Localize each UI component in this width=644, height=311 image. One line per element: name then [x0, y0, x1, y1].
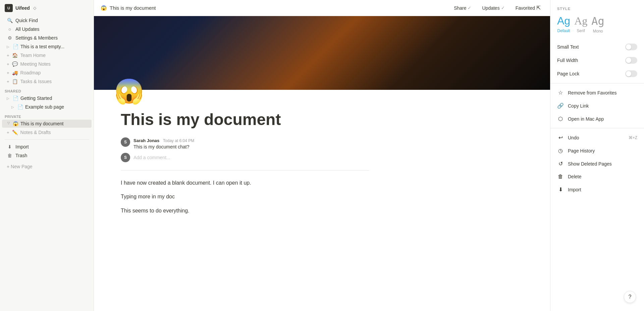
sidebar-item-label: Meeting Notes	[20, 61, 51, 67]
panel-divider	[550, 83, 644, 83]
sidebar-item-label: Team Home	[20, 53, 46, 58]
circle-icon: ○	[7, 26, 13, 32]
share-check-icon: ✓	[468, 5, 471, 10]
plus-icon: +	[7, 62, 9, 67]
doc-paragraph: I have now created a blank document. I c…	[121, 179, 369, 187]
doc-paragraph: This seems to do everything.	[121, 206, 369, 215]
chat-icon: 💬	[12, 61, 18, 67]
doc-icon: 📄	[17, 104, 23, 110]
small-text-toggle-row[interactable]: Small Text	[550, 40, 644, 54]
import-icon: ⬇	[7, 144, 13, 149]
help-button[interactable]: ?	[624, 291, 636, 303]
style-default-text: Ag	[557, 15, 570, 27]
style-option-mono[interactable]: Ag Mono	[591, 15, 604, 34]
style-serif-label: Serif	[577, 28, 585, 33]
copy-link-label: Copy Link	[568, 103, 589, 109]
history-icon: ◷	[557, 147, 564, 154]
style-option-default[interactable]: Ag Default	[557, 15, 570, 34]
sidebar-item-label: Notes & Drafts	[20, 130, 51, 135]
sidebar-item-label: All Updates	[15, 26, 40, 32]
sidebar-item-example-sub[interactable]: ▷ 📄 Example sub page	[2, 103, 92, 111]
star-icon: ☆	[557, 89, 564, 96]
trash-icon: 🗑	[557, 174, 564, 180]
undo-label: Undo	[568, 135, 579, 140]
full-width-toggle[interactable]	[625, 57, 637, 64]
share-button[interactable]: Share ✓	[451, 4, 474, 12]
show-deleted-button[interactable]: ↺ Show Deleted Pages	[550, 157, 644, 170]
comment-input-row: S Add a comment...	[121, 153, 369, 162]
sidebar-item-my-document[interactable]: ▷ 😱 This is my document	[2, 120, 92, 128]
updates-button[interactable]: Updates ✓	[479, 4, 507, 12]
sidebar-item-test-page[interactable]: ▷ 📄 This is a test empty...	[2, 43, 92, 51]
refresh-icon: ↺	[557, 161, 564, 167]
page-history-label: Page History	[568, 148, 595, 153]
style-option-serif[interactable]: Ag Serif	[574, 15, 587, 34]
page-lock-toggle[interactable]	[625, 70, 637, 77]
shared-section-label: SHARED	[0, 86, 94, 94]
style-mono-label: Mono	[593, 29, 603, 34]
style-serif-text: Ag	[574, 15, 587, 27]
plus-icon: +	[7, 79, 9, 84]
sidebar-add-team-home[interactable]: + 🏠 Team Home	[2, 51, 92, 59]
sidebar-item-all-updates[interactable]: ○ All Updates	[2, 25, 92, 33]
new-page-button[interactable]: + New Page	[2, 163, 92, 171]
sidebar-item-getting-started[interactable]: ▷ 📄 Getting Started	[2, 94, 92, 102]
right-panel: STYLE Ag Default Ag Serif Ag Mono Small …	[550, 0, 644, 311]
small-text-toggle[interactable]	[625, 44, 637, 50]
sidebar-add-roadmap[interactable]: + 🚚 Roadmap	[2, 69, 92, 77]
sidebar-add-meeting-notes[interactable]: + 💬 Meeting Notes	[2, 60, 92, 68]
doc-divider	[121, 170, 369, 171]
sidebar-item-label: Settings & Members	[15, 35, 58, 41]
roadmap-icon: 🚚	[12, 70, 18, 75]
undo-shortcut: ⌘+Z	[629, 135, 637, 140]
sidebar-item-settings[interactable]: ⚙ Settings & Members	[2, 34, 92, 42]
page-history-button[interactable]: ◷ Page History	[550, 144, 644, 157]
full-width-label: Full Width	[557, 58, 578, 63]
undo-button[interactable]: ↩ Undo ⌘+Z	[550, 131, 644, 144]
sidebar-item-quick-find[interactable]: 🔍 Quick Find	[2, 16, 92, 24]
sidebar-item-label: Roadmap	[20, 70, 41, 75]
comment-placeholder[interactable]: Add a comment...	[133, 155, 170, 160]
sidebar-item-label: Tasks & Issues	[20, 79, 52, 84]
toggle-knob	[626, 58, 631, 63]
sidebar-item-trash[interactable]: 🗑 Trash	[2, 151, 92, 160]
updates-check-icon: ✓	[501, 5, 505, 10]
sidebar-item-label: Trash	[15, 153, 27, 158]
doc-title: This is my document	[121, 110, 369, 129]
home-icon: 🏠	[12, 53, 18, 58]
sidebar-item-label: Getting Started	[20, 96, 52, 101]
chevron-icon: ▷	[7, 45, 11, 49]
plus-icon: +	[7, 70, 9, 75]
main-content: 😱 This is my document Share ✓ Updates ✓ …	[94, 0, 550, 311]
import-button[interactable]: ⬇ Import	[550, 183, 644, 196]
remove-favorites-button[interactable]: ☆ Remove from Favorites	[550, 86, 644, 99]
full-width-toggle-row[interactable]: Full Width	[550, 54, 644, 67]
doc-paragraph: Typing more in my doc	[121, 192, 369, 201]
sidebar-item-label: Import	[15, 144, 29, 149]
undo-icon: ↩	[557, 134, 564, 141]
page-lock-toggle-row[interactable]: Page Lock	[550, 67, 644, 80]
sidebar-divider	[5, 139, 89, 140]
sidebar-add-notes-drafts[interactable]: + ✏️ Notes & Drafts	[2, 128, 92, 136]
avatar: S	[121, 137, 130, 147]
sidebar-item-import[interactable]: ⬇ Import	[2, 143, 92, 151]
comment-item: S Sarah Jonas Today at 6:04 PM This is m…	[121, 137, 369, 149]
workspace-header[interactable]: U Uifeed ◇	[0, 0, 94, 16]
notion-icon: ⬡	[557, 116, 564, 122]
comment-content: Sarah Jonas Today at 6:04 PM This is my …	[133, 137, 369, 149]
copy-link-button[interactable]: 🔗 Copy Link	[550, 99, 644, 112]
show-deleted-label: Show Deleted Pages	[568, 161, 612, 167]
sidebar-add-tasks[interactable]: + 📋 Tasks & Issues	[2, 77, 92, 85]
hero-image: 😱	[94, 16, 550, 90]
delete-button[interactable]: 🗑 Delete	[550, 170, 644, 183]
plus-icon: +	[7, 53, 9, 58]
favorited-button[interactable]: Favorited ⇱	[513, 3, 543, 12]
workspace-name: Uifeed	[15, 5, 30, 11]
style-section-label: STYLE	[550, 7, 644, 15]
topbar: 😱 This is my document Share ✓ Updates ✓ …	[94, 0, 550, 16]
open-mac-app-button[interactable]: ⬡ Open in Mac App	[550, 112, 644, 125]
doc-body: This is my document S Sarah Jonas Today …	[94, 90, 396, 234]
doc-icon: 📄	[13, 96, 18, 101]
doc-page-emoji: 😱	[114, 79, 144, 103]
style-mono-text: Ag	[591, 15, 604, 27]
